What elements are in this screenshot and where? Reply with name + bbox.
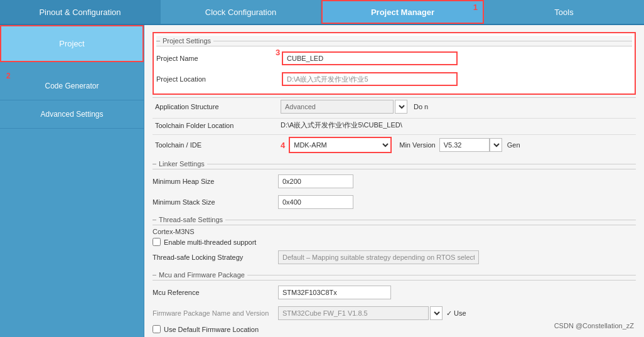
firmware-package-input [278,306,429,320]
locking-strategy-label: Thread-safe Locking Strategy [153,254,278,261]
do-not-label: Do n [414,103,428,110]
mcu-reference-row: Mcu Reference [153,284,636,301]
project-name-row: Project Name [156,50,632,67]
cortex-label: Cortex-M3NS [153,228,636,235]
locking-strategy-input [278,250,479,264]
gen-label: Gen [507,141,520,149]
min-stack-input[interactable] [278,195,353,209]
min-version-label: Min Version [399,141,435,149]
min-heap-label: Minimum Heap Size [153,178,278,185]
min-stack-label: Minimum Stack Size [153,198,278,206]
watermark: CSDN @Constellation_zZ [554,322,634,329]
tab-pinout[interactable]: Pinout & Configuration [0,0,161,24]
app-structure-select[interactable]: ▼ [395,100,407,114]
multi-threaded-checkbox[interactable] [153,238,161,246]
top-tab-bar: Pinout & Configuration Clock Configurati… [0,0,644,25]
tab-badge-1: 1 [473,3,478,12]
project-settings-section: Project Settings 3 Project Name Project … [153,32,636,95]
locking-strategy-row: Thread-safe Locking Strategy [153,249,636,266]
tab-clock[interactable]: Clock Configuration [161,0,321,24]
min-version-input[interactable] [439,138,490,152]
toolchain-ide-row: Toolchain / IDE 4 ▼ Min Version ▼ Gen [153,134,636,155]
tab-tools[interactable]: Tools [484,0,644,24]
project-location-label: Project Location [156,75,282,83]
mcu-reference-input[interactable] [278,286,391,299]
firmware-package-select[interactable]: ▼ [430,306,443,320]
toolchain-ide-input[interactable] [290,138,378,152]
badge-4: 4 [281,141,285,150]
linker-settings-title: Linker Settings [153,159,636,169]
app-structure-label: Application Structure [155,103,281,110]
use-label: ✓ Use [446,309,466,318]
toolchain-ide-select[interactable]: ▼ [378,138,390,152]
tab-project-manager[interactable]: Project Manager 1 [321,0,484,24]
min-version-select[interactable]: ▼ [490,138,502,152]
badge-3: 3 [276,48,280,57]
main-area: Project 2 Code Generator Advanced Settin… [0,25,644,337]
content-area: Project Settings 3 Project Name Project … [144,25,644,337]
project-name-input[interactable] [282,51,458,65]
toolchain-ide-label: Toolchain / IDE [155,141,281,149]
sidebar: Project 2 Code Generator Advanced Settin… [0,25,144,337]
multi-threaded-row: Enable multi-threaded support [153,238,636,246]
project-settings-title: Project Settings [156,36,632,46]
multi-threaded-label: Enable multi-threaded support [164,238,256,246]
toolchain-ide-highlight-box: ▼ [289,137,392,153]
min-heap-input[interactable] [278,174,353,188]
use-default-firmware-checkbox[interactable] [153,325,161,333]
toolchain-folder-row: Toolchain Folder Location D:\A嵌入式开发作业\作业… [153,118,636,132]
project-location-input[interactable] [282,72,458,86]
linker-settings-section: Linker Settings Minimum Heap Size Minimu… [153,159,636,211]
project-name-label: Project Name [156,55,282,62]
toolchain-folder-value: D:\A嵌入式开发作业\作业5\CUBE_LED\ [281,120,402,130]
mcu-firmware-title: Mcu and Firmware Package [153,270,636,281]
sidebar-item-code-generator[interactable]: 2 Code Generator [0,62,144,100]
min-stack-row: Minimum Stack Size [153,193,636,211]
firmware-package-label: Firmware Package Name and Version [153,309,278,317]
use-default-firmware-label: Use Default Firmware Location [164,326,259,333]
mcu-reference-label: Mcu Reference [153,289,278,296]
app-structure-row: Application Structure ▼ Do n [153,97,636,115]
content-wrapper: Project Settings 3 Project Name Project … [144,25,644,337]
thread-safe-section: Thread-safe Settings Cortex-M3NS Enable … [153,215,636,266]
sidebar-item-advanced-settings[interactable]: Advanced Settings [0,100,144,129]
app-structure-input [281,100,394,114]
project-location-row: Project Location [156,70,632,88]
firmware-package-row: Firmware Package Name and Version ▼ ✓ Us… [153,304,636,322]
toolchain-folder-label: Toolchain Folder Location [155,122,281,129]
sidebar-item-project[interactable]: Project [0,25,144,62]
thread-safe-title: Thread-safe Settings [153,215,636,225]
min-heap-row: Minimum Heap Size [153,173,636,190]
